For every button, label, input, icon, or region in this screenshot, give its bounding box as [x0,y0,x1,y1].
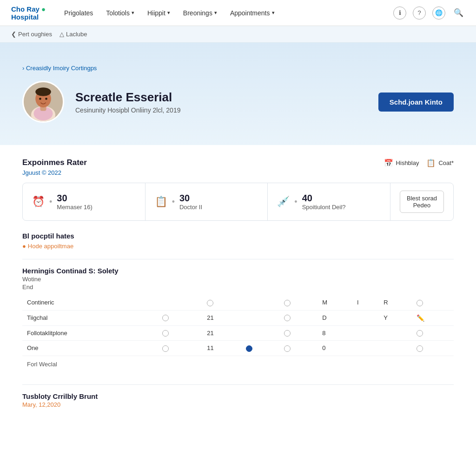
cost-icon: 📋 [426,159,436,167]
logo-text-bottom: Hospital [11,13,46,21]
section-header: Expoinmes Rater 📅 Hishblay 📋 Coat* [22,158,454,167]
clock-icon: ⏰ [32,196,45,208]
radio-button[interactable] [284,330,291,337]
training-section: Tusbloty Crrilbly Brunt Mary, 12,2020 [22,392,454,408]
radio-button[interactable] [284,345,291,352]
stat-memaser: ⏰ • 30 Memaser 16) [23,183,145,220]
table-row: One 11 0 [22,341,454,356]
divider [22,259,454,259]
schedule-button[interactable]: Schd.joan Kinto [378,93,454,112]
radio-button[interactable] [416,330,423,337]
bio-section: Bl pocptil hates ● Hode appoiltmae [22,232,454,250]
breadcrumb-item-1[interactable]: ❮ Pert oughies [11,31,52,38]
radio-button[interactable] [284,300,291,306]
nav-link-prigolates[interactable]: Prigolates [64,9,93,17]
chevron-down-icon: ▾ [272,10,275,16]
table-title: Herningis Continad S: Solety [22,267,454,275]
training-date[interactable]: Mary, 12,2020 [22,401,454,408]
breadcrumb: ❮ Pert oughies △ Laclube [0,26,476,43]
syringe-icon: 💉 [277,196,290,208]
navbar: Cho Ray ● Hospital Prigolates Tolotiols … [0,0,476,26]
nav-icons: ℹ ? 🌐 🔍 [393,7,465,20]
radio-button[interactable] [162,345,169,352]
radio-button[interactable] [284,315,291,321]
svg-point-5 [35,87,51,96]
search-icon-button[interactable]: 🔍 [452,7,465,20]
nav-link-hiippit[interactable]: Hiippit ▾ [147,9,170,17]
data-table: Contineric M I R Tiigchal 21 [22,295,454,371]
radio-button[interactable] [207,300,213,306]
calendar-icon: 📅 [384,159,393,167]
cost-button[interactable]: 📋 Coat* [426,159,454,167]
chevron-left-icon: ❮ [11,31,16,38]
doctor-name: Screatle Esserial [75,90,367,105]
table-row: Follotaklitplone 21 8 [22,325,454,341]
section-title: Expoinmes Rater [22,158,87,167]
blest-sorad-button[interactable]: Blest sorad Pedeo [400,191,444,213]
svg-point-6 [39,98,41,100]
nav-links: Prigolates Tolotiols ▾ Hiippit ▾ Breonin… [64,9,393,17]
stat-action-col: Blest sorad Pedeo [390,183,453,220]
table-subtitle: Wotine [22,276,454,283]
avatar [22,81,64,123]
chevron-down-icon: ▾ [167,10,170,16]
radio-button-filled[interactable] [246,345,252,352]
hero-info: Screatle Esserial Cesinunity Hosipbl Onl… [75,90,367,114]
section-date: Jguust © 2022 [22,169,454,176]
location-icon: △ [60,31,64,38]
bio-link[interactable]: ● Hode appoiltmae [22,243,454,250]
bio-title: Bl pocptil hates [22,232,454,240]
breadcrumb-item-2[interactable]: △ Laclube [60,31,87,38]
nav-link-appointments[interactable]: Appointments ▾ [230,9,275,17]
table-sub2: End [22,284,454,291]
table-footer-row: Forl Weclal [22,356,454,371]
table-section: Herningis Continad S: Solety Wotine End … [22,267,454,371]
radio-button[interactable] [416,345,423,352]
stat-appointment: 💉 • 40 Spoitiulont Deil? [268,183,390,220]
hero-profile: Screatle Esserial Cesinunity Hosipbl Onl… [22,81,454,123]
training-title: Tusbloty Crrilbly Brunt [22,392,454,400]
logo[interactable]: Cho Ray ● Hospital [11,5,46,21]
table-row: Contineric M I R [22,295,454,310]
stat-doctor: 📋 • 30 Doctor II [145,183,268,220]
chevron-down-icon: ▾ [214,10,217,16]
globe-icon-button[interactable]: 🌐 [432,7,445,20]
history-button[interactable]: 📅 Hishblay [384,159,419,167]
dot-icon: ● [22,243,26,250]
radio-button[interactable] [416,300,423,306]
table-row: Tiigchal 21 D Y ✏️ [22,310,454,325]
help-icon-button[interactable]: ? [413,7,426,20]
nav-link-tolotiols[interactable]: Tolotiols ▾ [106,9,134,17]
radio-button[interactable] [162,330,169,337]
main-content: Expoinmes Rater 📅 Hishblay 📋 Coat* Jguus… [0,145,476,421]
doctor-subtitle: Cesinunity Hosipbl Onliiny 2lcl, 2019 [75,106,367,114]
nav-link-breonings[interactable]: Breonings ▾ [183,9,217,17]
radio-button[interactable] [162,315,169,321]
logo-text-top: Cho Ray ● [11,5,46,13]
section-actions: 📅 Hishblay 📋 Coat* [384,159,454,167]
svg-point-7 [45,98,47,100]
hero-section: › Creasidly Imoiry Cortingps [0,43,476,145]
clipboard-icon: 📋 [155,196,167,208]
edit-icon[interactable]: ✏️ [416,314,424,322]
hero-link[interactable]: › Creasidly Imoiry Cortingps [22,65,454,72]
info-icon-button[interactable]: ℹ [393,7,406,20]
chevron-down-icon: ▾ [132,10,134,16]
divider-2 [22,384,454,385]
stats-row: ⏰ • 30 Memaser 16) 📋 • 30 Doctor II 💉 • … [22,183,454,221]
